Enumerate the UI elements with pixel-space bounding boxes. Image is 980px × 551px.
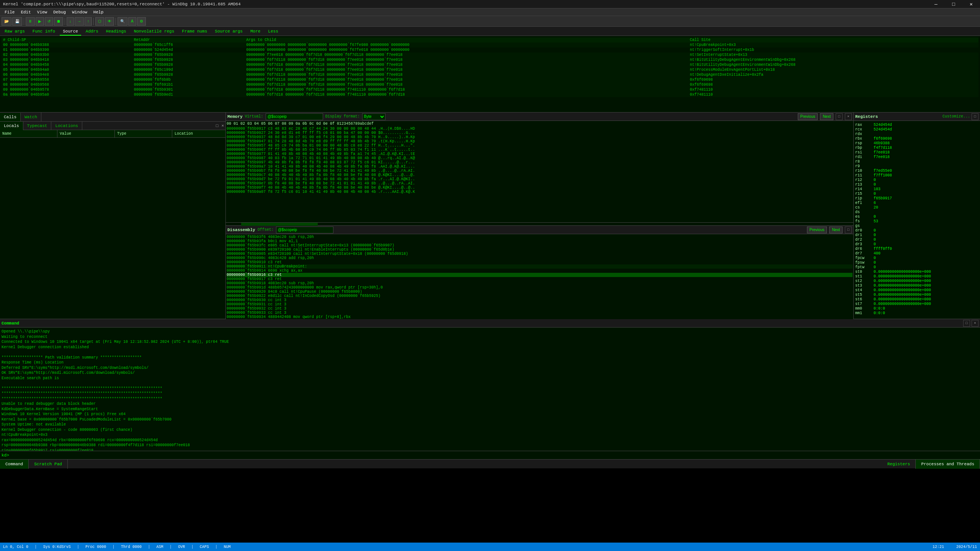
menu-edit[interactable]: Edit [18,8,34,16]
middle-area: Calls Watch Locals Typecast Locations □ … [0,112,980,319]
callstack-header-row: # Child-SP RetAddr Args to Child Call Si… [2,37,978,42]
tab-source-args[interactable]: Source args [212,27,246,36]
callstack-table: # Child-SP RetAddr Args to Child Call Si… [2,37,978,97]
toolbar-sep4 [116,18,116,25]
menubar: File Edit View Debug Window Help [0,8,980,16]
maximize-button[interactable]: □ [945,0,962,8]
registers-panel: Registers Customize... □ rax524d454d rcx… [854,112,980,319]
toolbar-watch[interactable]: 👁 [105,17,114,26]
toolbar-open[interactable]: 📂 [2,17,11,26]
callstack-row: 05 00000000`046b94a0 00000000`f65c199d 0… [2,67,978,72]
tab-typecast[interactable]: Typecast [23,122,52,130]
toolbar-breakpoint[interactable]: ⬡ [95,17,104,26]
topbar-tabs: Raw args Func info Source Addrs Headings… [0,27,980,36]
tab-nonvolatile-regs[interactable]: Nonvolatile regs [131,27,178,36]
tab-command[interactable]: Command [0,460,29,469]
toolbar-step-into[interactable]: ↓ [67,17,74,26]
statusbar: Ln 0, Col 0 | Sys 0:KdSrvS | Proc 0000 |… [0,543,980,551]
callstack-row: 08 00000000`046b9568 00000000`f6f691b1 0… [2,82,978,87]
calls-watch-tabs: Calls Watch [0,112,225,122]
memory-icon-1[interactable]: □ [836,113,843,120]
reg-icon-1[interactable]: □ [972,113,978,120]
tab-registers-bottom[interactable]: Registers [882,460,916,469]
locals-header: Name Value Type Location [0,130,225,138]
menu-help[interactable]: Help [90,8,106,16]
memory-next-button[interactable]: Next [820,113,833,120]
tab-less[interactable]: Less [265,27,281,36]
status-date: 2024/5/11 [956,545,977,549]
menu-file[interactable]: File [2,8,18,16]
titlebar-controls: — □ ✕ [927,0,980,8]
tab-source[interactable]: Source [60,27,81,36]
tab-locals[interactable]: Locals [0,122,23,130]
tab-watch[interactable]: Watch [21,112,41,122]
tab-raw-args[interactable]: Raw args [2,27,28,36]
memory-label: Memory [227,114,243,119]
col-callsite: Call Site [688,37,978,42]
toolbar-font[interactable]: A [128,17,136,26]
toolbar-zoom[interactable]: 🔍 [118,17,127,26]
status-time: 12:21 [933,545,944,549]
menu-view[interactable]: View [34,8,50,16]
locals-sub-tabs: Locals Typecast Locations □ × [0,122,225,130]
disasm-offset-input[interactable] [276,227,333,233]
disasm-next-button[interactable]: Next [829,227,843,233]
toolbar-sep1 [24,18,24,25]
menu-window[interactable]: Window [69,8,90,16]
locals-icon-2[interactable]: × [220,124,225,128]
memory-scrollbar[interactable] [226,222,853,225]
status-caps: CAPS [200,545,209,549]
memory-prev-button[interactable]: Previous [798,113,818,120]
close-button[interactable]: ✕ [962,0,980,8]
toolbar-stop[interactable]: ⏹ [54,17,63,26]
toolbar-step-out[interactable]: ↑ [85,17,92,26]
callstack-row: 03 00000000`046b9418 00000000`f65b9928 0… [2,57,978,62]
tab-locations[interactable]: Locations [51,122,82,130]
col-value: Value [57,130,115,138]
memory-content[interactable]: 00 01 02 03 04 05 06 07 08 09 0a 0b 0c 0… [226,121,853,222]
command-icon-1[interactable]: □ [963,320,970,327]
tab-processes-threads[interactable]: Processes and Threads [916,460,980,469]
tab-frame-nums[interactable]: Frame nums [179,27,210,36]
memory-icon-2[interactable]: × [845,113,852,120]
status-thrd: Thrd 0000 [121,545,142,549]
callstack-row: 09 00000000`046b9578 00000000`f65b9301 0… [2,87,978,92]
mem-regs-area: Memory Virtual: Display format: Byte Wor… [226,112,980,319]
tab-calls[interactable]: Calls [0,113,21,121]
locals-icon-1[interactable]: □ [214,124,220,128]
menu-debug[interactable]: Debug [50,8,69,16]
toolbar-go[interactable]: ▶ [36,17,44,26]
memory-format-select[interactable]: Byte Word DWORD [362,113,385,120]
disasm-label: Disassembly [227,228,255,232]
toolbar-step-over[interactable]: → [75,17,84,26]
tab-headings[interactable]: Headings [103,27,129,36]
col-type: Type [115,130,172,138]
command-icon-2[interactable]: × [972,320,978,327]
toolbar-save[interactable]: 💾 [12,17,22,26]
disasm-icon-1[interactable]: □ [845,227,852,233]
tab-more[interactable]: More [247,27,263,36]
titlebar: Kernel 'compipe.port:\\\pipe\spy,baud=11… [0,0,980,8]
command-input-row: kd> [0,451,980,459]
callstack-row: 01 00000000`046b9390 00000000`524d454d 0… [2,47,978,52]
tab-func-info[interactable]: Func info [29,27,58,36]
tab-addrs[interactable]: Addrs [83,27,101,36]
toolbar-sep3 [93,18,94,25]
mem-disasm-col: Memory Virtual: Display format: Byte Wor… [226,112,854,319]
disasm-prev-button[interactable]: Previous [807,227,827,233]
toolbar: 📂 💾 ⏸ ▶ ↺ ⏹ ↓ → ↑ ⬡ 👁 🔍 A ⚙ [0,16,980,27]
customize-label[interactable]: Customize... [942,114,970,119]
command-input[interactable] [11,453,978,458]
tab-scratch-pad[interactable]: Scratch Pad [29,460,68,469]
memory-panel: Memory Virtual: Display format: Byte Wor… [226,112,853,226]
toolbar-break[interactable]: ⏸ [26,17,35,26]
minimize-button[interactable]: — [927,0,945,8]
memory-address-input[interactable] [266,113,323,120]
toolbar-restart[interactable]: ↺ [45,17,53,26]
virtual-label: Virtual: [245,114,263,119]
callstack-row: 06 00000000`046b94e8 00000000`f65b9928 0… [2,72,978,77]
status-ovr: OVR [178,545,185,549]
toolbar-settings[interactable]: ⚙ [137,17,146,26]
command-content[interactable]: Opened \\.\\pipe\\spy Waiting to reconne… [0,328,980,451]
disasm-toolbar: Disassembly Offset: Previous Next □ [226,226,853,234]
